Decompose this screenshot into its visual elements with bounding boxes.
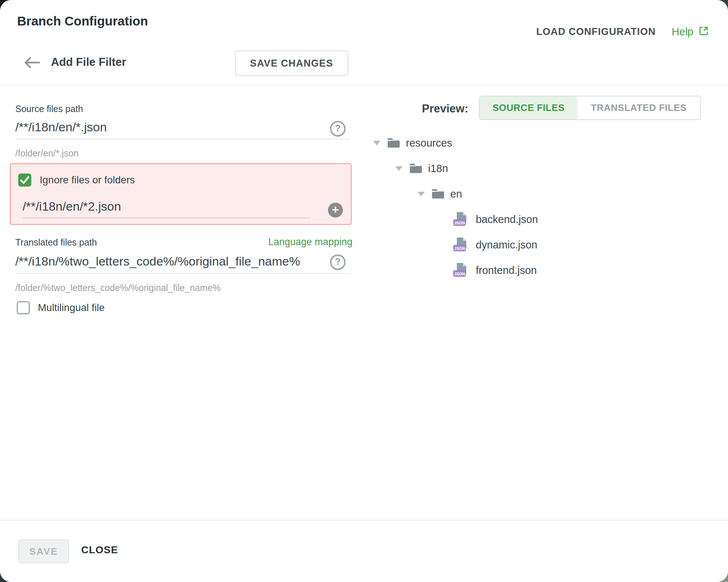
language-mapping-link[interactable]: Language mapping [268,236,352,248]
header-divider [0,85,728,85]
source-files-path-label: Source files path [15,104,83,114]
ignore-pattern-input[interactable]: /**/i18n/en/*2.json [23,199,121,214]
tab-source-files[interactable]: SOURCE FILES [480,96,577,119]
back-arrow-icon[interactable] [23,56,41,70]
source-path-help-icon[interactable]: ? [329,120,346,137]
footer-divider [0,520,728,521]
page-title: Branch Configuration [17,14,148,28]
svg-text:JSON: JSON [454,221,465,225]
json-file-icon: JSON [452,211,470,227]
check-icon [20,176,29,184]
preview-toggle-group: SOURCE FILES TRANSLATED FILES [479,96,701,120]
preview-label: Preview: [422,102,468,115]
svg-text:JSON: JSON [454,246,465,251]
folder-icon [409,163,422,174]
tree-file-backend-json[interactable]: JSON backend.json [373,207,538,232]
caret-down-icon[interactable] [395,166,403,171]
caret-down-icon[interactable] [418,192,425,196]
translated-path-hint: /folder/%two_letters_code%/%original_fil… [15,283,221,293]
ignore-files-row: Ignore files or folders [18,174,135,187]
tree-folder-resources[interactable]: resources [373,130,538,156]
tree-folder-name: resources [406,137,452,149]
ignore-input-underline [23,218,310,218]
translated-path-help-icon[interactable]: ? [329,254,346,271]
tree-file-name: frontend.json [476,264,537,276]
close-button[interactable]: CLOSE [81,544,118,556]
ignore-files-checkbox[interactable] [18,174,31,187]
save-button[interactable]: SAVE [18,539,69,563]
json-file-icon: JSON [452,262,470,278]
ignore-files-highlight-box: Ignore files or folders /**/i18n/en/*2.j… [10,163,352,225]
source-files-path-input[interactable]: /**/i18n/en/*.json [15,120,107,134]
external-link-icon [698,25,709,38]
add-ignore-pattern-button[interactable]: + [328,203,343,218]
multilingual-row: Multilingual file [17,301,105,314]
svg-text:?: ? [335,256,341,267]
header-actions: LOAD CONFIGURATION Help [536,25,709,38]
file-tree: resources i18n en JSON [373,130,538,283]
tree-folder-name: i18n [428,163,448,175]
caret-down-icon[interactable] [373,141,380,146]
multilingual-checkbox[interactable] [17,301,30,314]
source-path-hint: /folder/en/*.json [15,148,79,159]
save-changes-button[interactable]: SAVE CHANGES [235,51,348,76]
filter-title: Add File Filter [51,56,126,69]
translated-files-path-input[interactable]: /**/i18n/%two_letters_code%/%original_fi… [15,254,300,268]
tab-translated-files[interactable]: TRANSLATED FILES [577,96,700,119]
source-input-underline [15,139,351,139]
help-link[interactable]: Help [672,25,709,38]
tree-folder-i18n[interactable]: i18n [373,156,538,181]
tree-file-frontend-json[interactable]: JSON frontend.json [373,258,538,283]
folder-icon [387,137,400,148]
help-link-label: Help [672,26,693,38]
load-configuration-button[interactable]: LOAD CONFIGURATION [536,26,656,37]
json-file-icon: JSON [452,237,470,253]
ignore-files-checkbox-label: Ignore files or folders [40,174,135,186]
svg-text:JSON: JSON [454,272,465,276]
tree-folder-en[interactable]: en [373,181,538,207]
branch-configuration-dialog: Branch Configuration LOAD CONFIGURATION … [0,0,728,582]
tree-file-name: backend.json [476,214,538,226]
translated-input-underline [15,273,351,274]
translated-files-path-label: Translated files path [15,237,97,248]
svg-text:?: ? [335,123,341,133]
folder-icon [431,188,444,199]
tree-file-name: dynamic.json [476,239,537,251]
tree-file-dynamic-json[interactable]: JSON dynamic.json [373,232,538,258]
multilingual-checkbox-label: Multilingual file [38,302,105,314]
plus-icon: + [332,203,339,216]
tree-folder-name: en [450,188,462,200]
